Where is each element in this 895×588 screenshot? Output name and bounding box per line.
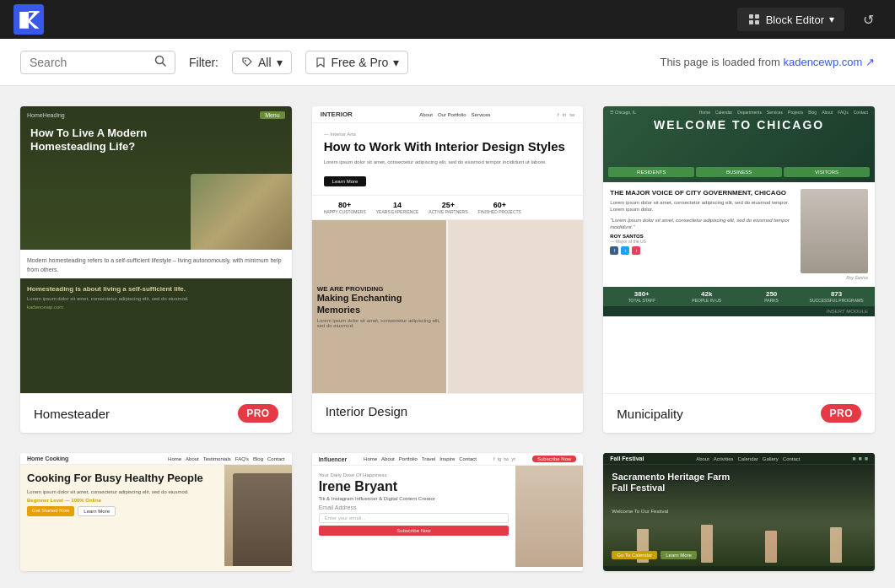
theme-card-homesteader[interactable]: HomeHeading Menu How To Live A Modern Ho…: [20, 106, 292, 433]
filter-label: Filter:: [189, 56, 218, 69]
theme-preview-municipality: ☰ Chicago, IL HomeCalendarDepartmentsSer…: [603, 106, 875, 393]
homesteader-footer: Homesteader PRO: [20, 393, 292, 433]
theme-preview-homesteader: HomeHeading Menu How To Live A Modern Ho…: [20, 106, 292, 393]
theme-card-interior-design[interactable]: INTERIOR AboutOur PortfolioServices fint…: [312, 106, 584, 433]
interior-design-name: Interior Design: [326, 404, 408, 418]
kadence-link[interactable]: kadencewp.com ↗: [783, 56, 875, 68]
homesteader-name: Homesteader: [34, 407, 110, 421]
tag-icon: [241, 57, 253, 68]
all-filter-label: All: [258, 56, 272, 69]
municipality-footer: Municipality PRO: [603, 393, 875, 433]
bookmark-icon: [315, 57, 326, 68]
interior-design-footer: Interior Design: [312, 393, 584, 429]
svg-rect-4: [755, 20, 759, 24]
theme-card-municipality[interactable]: ☰ Chicago, IL HomeCalendarDepartmentsSer…: [603, 106, 875, 433]
search-icon: [154, 55, 166, 70]
municipality-name: Municipality: [617, 407, 682, 421]
all-filter-button[interactable]: All ▾: [232, 51, 292, 74]
theme-preview-cooking: Home Cooking HomeAboutTestimonialsFAQ'sB…: [20, 453, 292, 571]
svg-rect-1: [749, 14, 753, 19]
theme-card-influencer[interactable]: Influencer HomeAboutPortfolioTravelInspi…: [312, 453, 584, 571]
theme-card-farm-fall[interactable]: Fall Festival AboutActivitiesCalendarGal…: [603, 453, 875, 571]
theme-preview-interior: INTERIOR AboutOur PortfolioServices fint…: [312, 106, 584, 393]
municipality-badge: PRO: [821, 404, 861, 423]
refresh-button[interactable]: ↺: [855, 6, 882, 33]
block-editor-icon: [747, 13, 761, 26]
logo: [13, 4, 44, 35]
homesteader-badge: PRO: [238, 404, 278, 423]
theme-preview-farm-fall: Fall Festival AboutActivitiesCalendarGal…: [603, 453, 875, 571]
free-pro-filter-label: Free & Pro: [332, 56, 389, 69]
all-chevron-icon: ▾: [277, 56, 283, 69]
page-source-info: This page is loaded from kadencewp.com ↗: [660, 56, 875, 68]
free-pro-chevron-icon: ▾: [393, 56, 399, 69]
search-box[interactable]: [20, 51, 175, 74]
topbar: Block Editor ▾ ↺: [0, 0, 895, 39]
theme-card-cooking[interactable]: Home Cooking HomeAboutTestimonialsFAQ'sB…: [20, 453, 292, 571]
free-pro-filter-button[interactable]: Free & Pro ▾: [305, 51, 409, 74]
chevron-down-icon: ▾: [829, 13, 834, 25]
block-editor-label: Block Editor: [766, 13, 824, 26]
topbar-right: Block Editor ▾ ↺: [737, 6, 882, 33]
svg-rect-3: [749, 20, 753, 24]
filterbar: Filter: All ▾ Free & Pro ▾ This page is …: [0, 39, 895, 86]
refresh-icon: ↺: [863, 12, 874, 28]
block-editor-button[interactable]: Block Editor ▾: [737, 8, 844, 31]
svg-line-6: [163, 62, 166, 66]
svg-point-7: [245, 60, 246, 62]
search-input[interactable]: [30, 56, 148, 69]
svg-rect-2: [755, 14, 759, 19]
themes-grid: HomeHeading Menu How To Live A Modern Ho…: [0, 86, 895, 588]
theme-preview-influencer: Influencer HomeAboutPortfolioTravelInspi…: [312, 453, 584, 571]
